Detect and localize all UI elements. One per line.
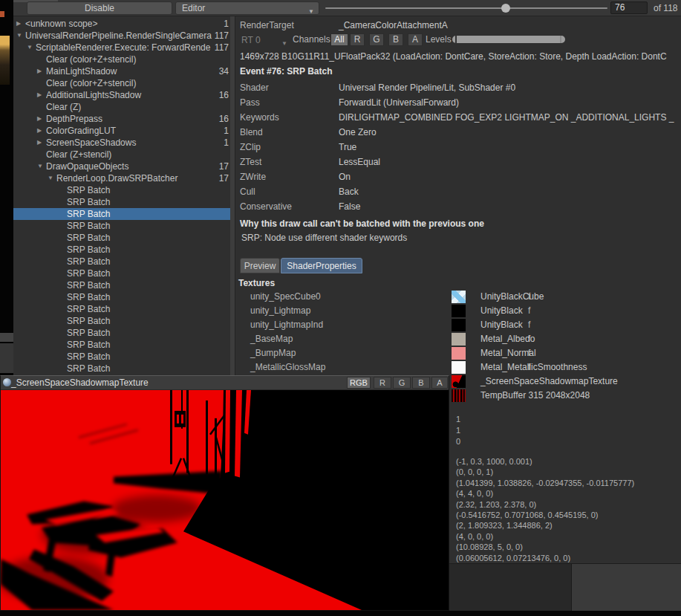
tree-row[interactable]: SRP Batch [13,363,235,375]
collapse-arrow-icon[interactable]: ▼ [27,42,33,54]
texture-property-name: _MetallicGlossMap [250,360,325,375]
channel-button-all[interactable]: All [330,33,348,46]
scene-object-fragment [0,11,4,17]
tree-item-label: ScreenSpaceShadows [46,137,217,149]
event-total-label: of 118 [654,3,677,13]
preview-channel-button-g[interactable]: G [393,377,411,389]
texture-thumbnail-black[interactable] [452,319,466,331]
tree-row[interactable]: SRP Batch [13,279,235,291]
tree-row[interactable]: SRP Batch [13,256,235,268]
texture-thumbnail-normal[interactable] [452,347,466,360]
collapse-arrow-icon[interactable]: ▼ [37,161,43,172]
texture-name: UnityBlack [480,304,523,318]
vector-value: (-0.5416752, 0.7071068, 0.4545195, 0) [456,510,598,519]
tree-row[interactable]: SRP Batch [13,184,235,196]
tree-item-label: MainLightShadow [46,65,217,77]
channel-button-a[interactable]: A [408,33,423,46]
expand-arrow-icon[interactable]: ▶ [37,113,42,125]
tree-row[interactable]: SRP Batch [13,291,235,303]
expand-arrow-icon[interactable]: ▶ [37,65,42,77]
event-state-row: ZClipTrue [235,140,681,155]
tree-row[interactable]: SRP Batch [13,196,235,208]
state-value: Back [339,184,680,199]
tree-row[interactable]: ▼DrawOpaqueObjects17 [13,161,235,172]
texture-thumbnail-cube[interactable] [452,291,466,303]
texture-thumbnail-black[interactable] [452,305,466,317]
tree-item-label: SRP Batch [67,339,217,351]
tree-row[interactable]: Clear (color+Z+stencil) [13,77,235,89]
rt-dropdown[interactable]: RT 0 ▼ [238,33,292,47]
tree-row[interactable]: SRP Batch [13,244,235,256]
tree-item-count: 1 [224,137,229,149]
texture-thumbnail-albedo[interactable] [452,333,466,346]
event-slider-handle[interactable] [501,4,510,13]
tree-item-label: SRP Batch [67,303,217,315]
tree-item-label: RenderLoop.DrawSRPBatcher [56,172,217,184]
preview-title-bar[interactable]: _ScreenSpaceShadowmapTexture RGBRGBA [1,376,449,390]
tab-preview[interactable]: Preview [240,258,280,273]
texture-thumbnail-shadowmap[interactable] [452,375,466,388]
background-window-fragment [0,333,13,342]
preview-channel-button-a[interactable]: A [431,377,448,389]
tree-row[interactable]: ▼UniversalRenderPipeline.RenderSingleCam… [13,30,235,42]
texture-row: unity_SpecCube0fUnityBlackCube [235,290,681,304]
tree-row[interactable]: ▼ScriptableRenderer.Execute: ForwardRend… [13,42,235,54]
expand-arrow-icon[interactable]: ▶ [37,137,42,149]
tab-shaderproperties[interactable]: ShaderProperties [281,258,362,273]
tree-row[interactable]: SRP Batch [13,327,235,339]
tree-row[interactable]: ▶MainLightShadow34 [13,65,235,77]
channel-button-r[interactable]: R [350,33,365,46]
tree-row[interactable]: SRP Batch [13,351,235,363]
channel-button-b[interactable]: B [388,33,403,46]
target-dropdown[interactable]: Editor ▼ [175,1,319,15]
tree-row[interactable]: Clear (Z) [13,101,235,113]
preview-channel-button-r[interactable]: R [374,377,391,389]
scene-object-fragment [0,36,10,85]
tree-item-count: 117 [215,30,229,42]
tree-row[interactable]: SRP Batch [13,315,235,327]
tree-row[interactable]: ▼RenderLoop.DrawSRPBatcher17 [13,172,235,184]
texture-property-name: _BaseMap [250,332,293,346]
vector-value: (2, 1.809323, 1.344886, 2) [456,521,553,530]
background-window-fragment [0,343,13,373]
state-label: Pass [240,95,260,110]
tree-row[interactable]: SRP Batch [13,303,235,315]
tree-item-label: SRP Batch [67,315,217,327]
event-number-input[interactable]: 76 [610,1,648,14]
event-slider[interactable] [325,0,607,16]
texture-sphere-icon [3,378,11,386]
tree-row[interactable]: ▶AdditionalLightsShadow16 [13,89,235,101]
tree-row[interactable]: SRP Batch [13,339,235,351]
tree-item-label: ColorGradingLUT [46,125,217,137]
tree-row[interactable]: Clear (Z+stencil) [13,149,235,161]
channel-button-g[interactable]: G [369,33,384,46]
tree-row[interactable]: ▶DepthPrepass16 [13,113,235,125]
collapse-arrow-icon[interactable]: ▼ [16,30,22,42]
tree-row[interactable]: SRP Batch [13,268,235,279]
tree-row[interactable]: ▶ColorGradingLUT1 [13,125,235,137]
tree-row[interactable]: Clear (color+Z+stencil) [13,54,235,65]
levels-slider[interactable] [452,36,565,43]
expand-arrow-icon[interactable]: ▶ [37,125,42,137]
collapse-arrow-icon[interactable]: ▼ [48,172,53,184]
vector-value: (0, 0, 0, 1) [456,467,493,476]
tree-row[interactable]: ▶<unknown scope>1 [13,18,235,30]
disable-button[interactable]: Disable [27,1,172,15]
event-slider-track [325,7,607,9]
tree-row[interactable]: SRP Batch [13,232,235,244]
texture-row: _BumpMapfMetal_Normal [235,346,681,360]
tree-row[interactable]: ▶ScreenSpaceShadows1 [13,137,235,149]
texture-flag: f [528,304,530,318]
tree-row[interactable]: SRP Batch [13,220,235,232]
texture-thumbnail-tempbuffer[interactable] [452,389,466,402]
tree-row[interactable]: SRP Batch [13,208,235,220]
preview-channel-button-b[interactable]: B [412,377,430,389]
texture-thumbnail-white[interactable] [452,361,466,374]
textures-header: Textures [238,278,275,288]
batch-break-title: Why this draw call can't be batched with… [240,218,484,229]
expand-arrow-icon[interactable]: ▶ [37,89,42,101]
target-dropdown-label: Editor [182,3,205,13]
expand-arrow-icon[interactable]: ▶ [16,18,21,30]
preview-channel-button-rgb[interactable]: RGB [347,377,371,389]
vector-value: (-1, 0.3, 1000, 0.001) [456,457,532,466]
